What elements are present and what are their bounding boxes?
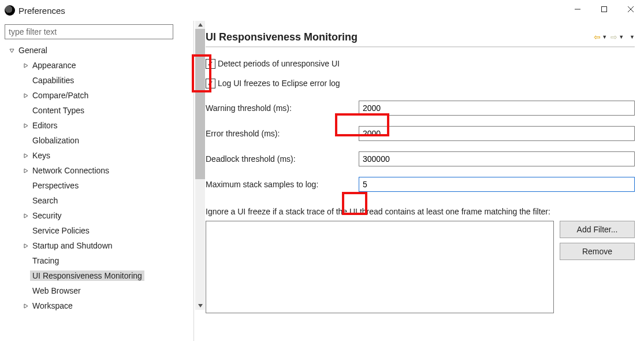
tree-node-label: Search <box>30 195 60 206</box>
tree-node-label: Appearance <box>30 60 79 71</box>
nav-forward-button[interactable]: ⇨▼ <box>611 33 624 41</box>
deadlock-threshold-input[interactable] <box>359 151 635 166</box>
chevron-right-icon[interactable] <box>21 243 30 249</box>
maximize-button[interactable] <box>591 0 617 18</box>
tree-node-label: General <box>16 45 50 55</box>
tree-node[interactable]: UI Responsiveness Monitoring <box>5 268 173 283</box>
app-icon <box>5 5 15 16</box>
log-checkbox[interactable] <box>206 79 215 88</box>
tree-node[interactable]: Tracing <box>5 253 173 268</box>
tree-node[interactable]: Capabilities <box>5 73 173 88</box>
tree-node-label: Editors <box>30 120 60 131</box>
tree-node-label: Workspace <box>30 301 75 311</box>
tree-node[interactable]: Globalization <box>5 133 173 148</box>
tree-node-label: Security <box>30 210 64 221</box>
tree-node-label: Compare/Patch <box>30 90 91 101</box>
tree-node-label: Network Connections <box>30 165 111 176</box>
sidebar: GeneralAppearanceCapabilitiesCompare/Pat… <box>0 21 193 341</box>
nav-back-button[interactable]: ⇦▼ <box>594 33 607 41</box>
page-title: UI Responsiveness Monitoring <box>206 31 358 43</box>
tree-node-label: Web Browser <box>30 286 83 296</box>
tree-node[interactable]: Startup and Shutdown <box>5 238 173 253</box>
warning-threshold-input[interactable] <box>359 101 635 116</box>
tree-node-label: Content Types <box>30 105 87 116</box>
detect-label: Detect periods of unresponsive UI <box>218 59 340 68</box>
window-title: Preferences <box>18 6 65 16</box>
minimize-button[interactable] <box>564 0 591 18</box>
tree-node-label: Startup and Shutdown <box>30 240 115 251</box>
add-filter-button[interactable]: Add Filter... <box>560 221 635 238</box>
tree-node-label: Perspectives <box>30 180 81 191</box>
tree-node[interactable]: Service Policies <box>5 223 173 238</box>
tree-node[interactable]: Compare/Patch <box>5 88 173 103</box>
svg-rect-1 <box>602 7 607 12</box>
chevron-right-icon[interactable] <box>21 63 30 68</box>
chevron-right-icon[interactable] <box>21 303 30 309</box>
tree-node[interactable]: Content Types <box>5 103 173 118</box>
chevron-right-icon[interactable] <box>21 93 30 98</box>
tree-node[interactable]: Security <box>5 208 173 223</box>
tree-node-label: UI Responsiveness Monitoring <box>30 270 144 281</box>
tree-node-label: Keys <box>30 150 53 161</box>
tree-node[interactable]: Perspectives <box>5 178 173 193</box>
filter-section-label: Ignore a UI freeze if a stack trace of t… <box>206 207 635 216</box>
tree-node[interactable]: Keys <box>5 148 173 163</box>
filter-list[interactable] <box>206 221 554 313</box>
remove-button[interactable]: Remove <box>560 243 635 260</box>
tree-node-label: Globalization <box>30 135 81 146</box>
nav-arrows: ⇦▼ ⇨▼ ▼ <box>594 33 635 41</box>
log-label: Log UI freezes to Eclipse error log <box>218 79 340 88</box>
tree-node[interactable]: Network Connections <box>5 163 173 178</box>
chevron-right-icon[interactable] <box>21 123 30 128</box>
chevron-down-icon[interactable]: ▼ <box>630 34 635 40</box>
tree-node[interactable]: Workspace <box>5 298 173 313</box>
maxstack-input[interactable] <box>359 177 635 192</box>
tree-node[interactable]: General <box>5 43 173 58</box>
filter-input[interactable] <box>5 24 173 39</box>
error-threshold-input[interactable] <box>359 126 635 141</box>
detect-checkbox[interactable] <box>206 59 215 69</box>
tree-node[interactable]: Editors <box>5 118 173 133</box>
chevron-down-icon[interactable] <box>7 48 16 53</box>
preference-tree[interactable]: GeneralAppearanceCapabilitiesCompare/Pat… <box>5 43 173 313</box>
tree-node-label: Service Policies <box>30 225 92 236</box>
arrow-forward-icon: ⇨ <box>611 33 617 41</box>
maxstack-label: Maximum stack samples to log: <box>206 180 359 189</box>
error-threshold-label: Error threshold (ms): <box>206 129 359 138</box>
tree-node-label: Tracing <box>30 255 61 266</box>
main-panel: UI Responsiveness Monitoring ⇦▼ ⇨▼ ▼ Det… <box>194 21 644 341</box>
tree-node[interactable]: Search <box>5 193 173 208</box>
tree-node[interactable]: Appearance <box>5 58 173 73</box>
chevron-down-icon: ▼ <box>602 34 607 40</box>
chevron-down-icon: ▼ <box>619 34 624 40</box>
chevron-right-icon[interactable] <box>21 153 30 158</box>
titlebar: Preferences <box>0 0 644 21</box>
chevron-right-icon[interactable] <box>21 168 30 173</box>
close-button[interactable] <box>617 0 644 18</box>
chevron-right-icon[interactable] <box>21 213 30 218</box>
warning-threshold-label: Warning threshold (ms): <box>206 103 359 113</box>
arrow-back-icon: ⇦ <box>594 33 601 41</box>
deadlock-threshold-label: Deadlock threshold (ms): <box>206 154 359 164</box>
tree-node[interactable]: Web Browser <box>5 283 173 298</box>
tree-node-label: Capabilities <box>30 75 76 86</box>
